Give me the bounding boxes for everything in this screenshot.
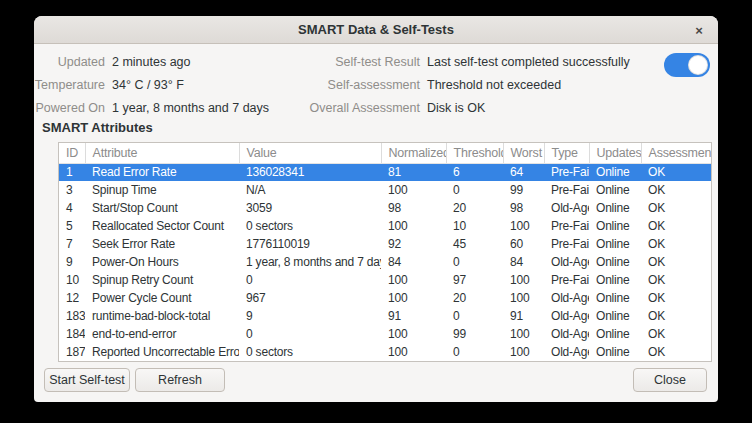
table-cell: 100 [381, 217, 446, 235]
temperature-row: Temperature 34° C / 93° F [34, 73, 269, 96]
smart-data-dialog: SMART Data & Self-Tests × Updated 2 minu… [34, 16, 718, 402]
table-cell: 6 [446, 163, 503, 181]
table-cell: 100 [381, 271, 446, 289]
column-header[interactable]: Updates [589, 143, 641, 163]
table-cell: Old-Age [544, 307, 589, 325]
table-row[interactable]: 1Read Error Rate13602834181664Pre-FailOn… [59, 163, 711, 181]
table-cell: Online [589, 289, 641, 307]
column-header[interactable]: ID [59, 143, 85, 163]
table-row[interactable]: 7Seek Error Rate1776110019924560Pre-Fail… [59, 235, 711, 253]
table-row[interactable]: 184end-to-end-error010099100Old-AgeOnlin… [59, 325, 711, 343]
table-cell: OK [641, 217, 711, 235]
table-row[interactable]: 4Start/Stop Count3059982098Old-AgeOnline… [59, 199, 711, 217]
table-cell: 1 year, 8 months and 7 days [239, 253, 381, 271]
table-cell: Online [589, 325, 641, 343]
table-cell: Pre-Fail [544, 235, 589, 253]
table-cell: N/A [239, 181, 381, 199]
table-cell: Pre-Fail [544, 181, 589, 199]
table-cell: OK [641, 163, 711, 181]
table-row[interactable]: 9Power-On Hours1 year, 8 months and 7 da… [59, 253, 711, 271]
table-cell: 0 [446, 181, 503, 199]
table-cell: 99 [503, 181, 544, 199]
table-cell: 92 [381, 235, 446, 253]
table-cell: 100 [381, 289, 446, 307]
start-selftest-button[interactable]: Start Self-test [44, 368, 130, 392]
overall-assessment-row: Overall Assessment Disk is OK [286, 96, 630, 119]
assessment-info-group: Self-test Result Last self-test complete… [286, 50, 630, 119]
column-header[interactable]: Worst [503, 143, 544, 163]
column-header[interactable]: Attribute [85, 143, 239, 163]
close-icon[interactable]: × [688, 19, 710, 41]
table-cell: Old-Age [544, 199, 589, 217]
smart-attributes-table-container: IDAttributeValueNormalizedThresholdWorst… [58, 142, 712, 362]
powered-on-row: Powered On 1 year, 8 months and 7 days [34, 96, 269, 119]
table-cell: Online [589, 217, 641, 235]
table-row[interactable]: 5Reallocated Sector Count0 sectors100101… [59, 217, 711, 235]
table-row[interactable]: 187Reported Uncorrectable Errors0 sector… [59, 343, 711, 361]
table-cell: Seek Error Rate [85, 235, 239, 253]
table-cell: 184 [59, 325, 85, 343]
selftest-result-label: Self-test Result [286, 55, 420, 69]
updated-label: Updated [34, 55, 105, 69]
table-cell: 100 [381, 325, 446, 343]
table-cell: OK [641, 325, 711, 343]
drive-info-group: Updated 2 minutes ago Temperature 34° C … [34, 50, 269, 119]
table-cell: 967 [239, 289, 381, 307]
table-cell: 100 [503, 289, 544, 307]
table-cell: 100 [503, 217, 544, 235]
smart-attributes-heading: SMART Attributes [42, 120, 153, 135]
table-cell: 0 [446, 253, 503, 271]
table-cell: 187 [59, 343, 85, 361]
temperature-label: Temperature [34, 78, 105, 92]
table-cell: 5 [59, 217, 85, 235]
table-cell: OK [641, 271, 711, 289]
smart-toggle[interactable] [664, 53, 710, 77]
table-cell: 91 [503, 307, 544, 325]
table-cell: 84 [381, 253, 446, 271]
table-cell: Start/Stop Count [85, 199, 239, 217]
table-cell: 0 sectors [239, 217, 381, 235]
table-cell: 4 [59, 199, 85, 217]
table-cell: OK [641, 235, 711, 253]
close-button[interactable]: Close [633, 368, 707, 392]
table-row[interactable]: 183runtime-bad-block-total991091Old-AgeO… [59, 307, 711, 325]
window-title: SMART Data & Self-Tests [298, 22, 454, 37]
table-cell: Online [589, 199, 641, 217]
table-cell: 10 [446, 217, 503, 235]
table-cell: Old-Age [544, 253, 589, 271]
table-cell: 98 [381, 199, 446, 217]
table-cell: 9 [239, 307, 381, 325]
table-cell: 100 [503, 343, 544, 361]
column-header[interactable]: Threshold [446, 143, 503, 163]
table-cell: 100 [381, 343, 446, 361]
table-cell: 20 [446, 289, 503, 307]
column-header[interactable]: Normalized [381, 143, 446, 163]
refresh-button[interactable]: Refresh [135, 368, 225, 392]
table-row[interactable]: 3Spinup TimeN/A100099Pre-FailOnlineOK [59, 181, 711, 199]
table-cell: 9 [59, 253, 85, 271]
table-cell: 100 [503, 325, 544, 343]
table-cell: 0 [446, 307, 503, 325]
table-row[interactable]: 12Power Cycle Count96710020100Old-AgeOnl… [59, 289, 711, 307]
titlebar[interactable]: SMART Data & Self-Tests × [34, 16, 718, 44]
table-row[interactable]: 10Spinup Retry Count010097100Pre-FailOnl… [59, 271, 711, 289]
table-cell: 1 [59, 163, 85, 181]
table-cell: end-to-end-error [85, 325, 239, 343]
column-header[interactable]: Assessment [641, 143, 711, 163]
table-cell: 0 [446, 343, 503, 361]
table-cell: 0 sectors [239, 343, 381, 361]
table-cell: Read Error Rate [85, 163, 239, 181]
table-cell: Online [589, 181, 641, 199]
column-header[interactable]: Type [544, 143, 589, 163]
updated-value: 2 minutes ago [112, 55, 191, 69]
table-cell: 84 [503, 253, 544, 271]
selftest-result-value: Last self-test completed successfully [427, 55, 630, 69]
table-cell: runtime-bad-block-total [85, 307, 239, 325]
table-cell: 98 [503, 199, 544, 217]
table-cell: 10 [59, 271, 85, 289]
selftest-result-row: Self-test Result Last self-test complete… [286, 50, 630, 73]
table-cell: 12 [59, 289, 85, 307]
table-cell: 64 [503, 163, 544, 181]
column-header[interactable]: Value [239, 143, 381, 163]
table-cell: 136028341 [239, 163, 381, 181]
